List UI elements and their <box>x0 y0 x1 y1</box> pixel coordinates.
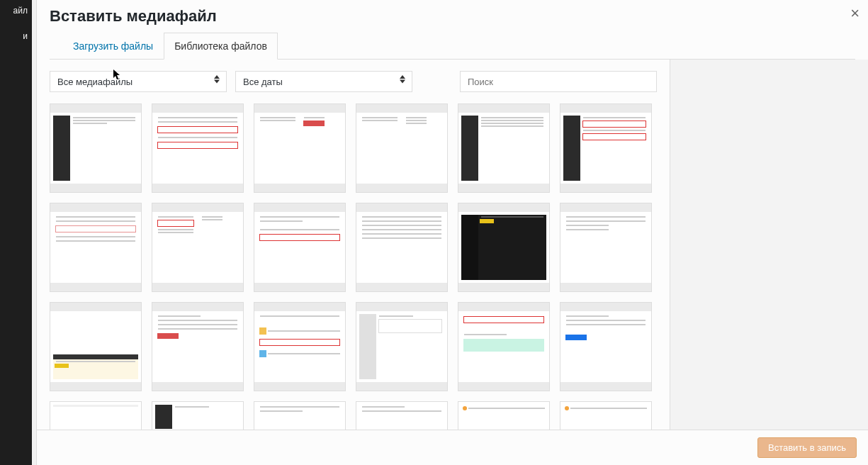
media-thumbnail[interactable] <box>50 302 142 391</box>
modal-body: Все медиафайлы Все даты <box>37 60 868 430</box>
search-input[interactable] <box>460 71 657 92</box>
media-type-filter-wrap: Все медиафайлы <box>50 71 227 92</box>
media-thumbnail[interactable] <box>50 103 142 193</box>
close-button[interactable]: × <box>850 4 859 23</box>
media-thumbnail[interactable] <box>458 203 550 292</box>
media-thumbnail[interactable] <box>560 203 652 292</box>
media-thumbnail[interactable] <box>458 401 550 430</box>
sidebar-text-2: и <box>0 28 28 44</box>
attachment-details-panel <box>670 60 868 430</box>
insert-into-post-button[interactable]: Вставить в запись <box>757 437 857 458</box>
media-thumbnail[interactable] <box>152 302 244 391</box>
media-thumbnail[interactable] <box>254 302 346 391</box>
sidebar-text-1: айл <box>0 3 28 18</box>
tab-bar: Загрузить файлы Библиотека файлов <box>50 33 855 60</box>
media-thumbnail[interactable] <box>560 401 652 430</box>
media-thumbnail[interactable] <box>356 203 448 292</box>
date-filter-wrap: Все даты <box>235 71 412 92</box>
modal-header: Вставить медиафайл × Загрузить файлы Биб… <box>37 0 868 60</box>
media-modal: Вставить медиафайл × Загрузить файлы Биб… <box>36 0 868 465</box>
media-thumbnail[interactable] <box>458 302 550 391</box>
filter-toolbar: Все медиафайлы Все даты <box>50 71 657 92</box>
tab-upload[interactable]: Загрузить файлы <box>62 33 164 60</box>
media-thumbnail[interactable] <box>152 401 244 430</box>
media-thumbnail[interactable] <box>356 302 448 391</box>
media-thumbnail[interactable] <box>560 103 652 193</box>
media-thumbnail[interactable] <box>152 203 244 292</box>
media-thumbnail[interactable] <box>254 203 346 292</box>
media-thumbnail[interactable] <box>458 103 550 193</box>
media-thumbnail[interactable] <box>254 103 346 193</box>
media-browser: Все медиафайлы Все даты <box>37 60 670 430</box>
media-thumbnail[interactable] <box>254 401 346 430</box>
media-type-filter[interactable]: Все медиафайлы <box>50 71 227 92</box>
media-thumbnail[interactable] <box>50 401 142 430</box>
media-thumbnail[interactable] <box>560 302 652 391</box>
tab-library[interactable]: Библиотека файлов <box>164 33 278 60</box>
date-filter[interactable]: Все даты <box>235 71 412 92</box>
modal-title: Вставить медиафайл <box>50 7 855 26</box>
close-icon: × <box>850 4 859 22</box>
modal-footer: Вставить в запись <box>37 430 868 465</box>
media-thumbnail[interactable] <box>356 401 448 430</box>
media-thumbnail[interactable] <box>152 103 244 193</box>
admin-sidebar-fragment: айл и <box>0 0 32 465</box>
media-thumbnail[interactable] <box>50 203 142 292</box>
media-grid <box>50 103 657 430</box>
media-thumbnail[interactable] <box>356 103 448 193</box>
